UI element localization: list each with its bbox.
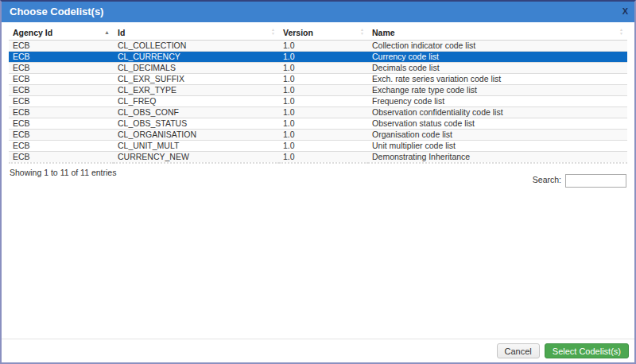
column-label: Version [283, 28, 313, 37]
search-control: Search: [533, 174, 626, 188]
dialog-footer: Cancel Select Codelist(s) [2, 339, 634, 362]
cell-version: 1.0 [279, 152, 368, 164]
cell-id: CL_DECIMALS [114, 63, 279, 74]
cell-id: CL_COLLECTION [114, 41, 279, 52]
choose-codelist-dialog: Choose Codelist(s) X Agency Id ▲ Id ▲▼ V… [0, 0, 636, 364]
cell-agency-id: ECB [9, 107, 114, 118]
cell-version: 1.0 [279, 41, 368, 52]
cell-agency-id: ECB [9, 141, 114, 152]
cell-agency-id: ECB [9, 63, 114, 74]
cell-id: CL_EXR_TYPE [114, 85, 279, 96]
table-header: Agency Id ▲ Id ▲▼ Version ▲▼ Name ▲▼ [9, 25, 627, 41]
sort-ascending-icon: ▲ [104, 29, 110, 35]
cell-id: CL_OBS_STATUS [114, 118, 279, 130]
table-row[interactable]: ECB CL_OBS_CONF 1.0 Observation confiden… [9, 107, 627, 118]
cell-version: 1.0 [279, 118, 368, 130]
table-row[interactable]: ECB CL_CURRENCY 1.0 Currency code list [9, 52, 627, 63]
column-header-name[interactable]: Name ▲▼ [368, 25, 627, 41]
cell-version: 1.0 [279, 141, 368, 152]
column-header-id[interactable]: Id ▲▼ [114, 25, 279, 41]
cell-agency-id: ECB [9, 41, 114, 52]
cell-name: Exch. rate series variation code list [368, 74, 627, 85]
table-body: ECB CL_COLLECTION 1.0 Collection indicat… [9, 41, 627, 164]
cell-version: 1.0 [279, 63, 368, 74]
cell-version: 1.0 [279, 130, 368, 141]
cell-agency-id: ECB [9, 152, 114, 164]
cell-name: Currency code list [368, 52, 627, 63]
cell-version: 1.0 [279, 52, 368, 63]
table-header-row: Agency Id ▲ Id ▲▼ Version ▲▼ Name ▲▼ [9, 25, 627, 41]
cell-id: CL_CURRENCY [114, 52, 279, 63]
dialog-body: Agency Id ▲ Id ▲▼ Version ▲▼ Name ▲▼ [2, 22, 634, 192]
cell-name: Organisation code list [368, 130, 627, 141]
table-row[interactable]: ECB CL_EXR_TYPE 1.0 Exchange rate type c… [9, 85, 627, 96]
cell-id: CURRENCY_NEW [114, 152, 279, 164]
select-codelists-button[interactable]: Select Codelist(s) [545, 343, 629, 358]
table-row[interactable]: ECB CURRENCY_NEW 1.0 Demonstrating Inher… [9, 152, 627, 164]
sort-icon: ▲▼ [619, 28, 623, 36]
cell-id: CL_EXR_SUFFIX [114, 74, 279, 85]
cell-name: Frequency code list [368, 96, 627, 107]
sort-icon: ▲▼ [360, 28, 364, 36]
table-row[interactable]: ECB CL_OBS_STATUS 1.0 Observation status… [9, 118, 627, 130]
column-label: Id [118, 28, 125, 37]
cell-name: Demonstrating Inheritance [368, 152, 627, 164]
cell-name: Collection indicator code list [368, 41, 627, 52]
cell-name: Unit multiplier code list [368, 141, 627, 152]
table-row[interactable]: ECB CL_DECIMALS 1.0 Decimals code list [9, 63, 627, 74]
table-row[interactable]: ECB CL_ORGANISATION 1.0 Organisation cod… [9, 130, 627, 141]
cell-id: CL_UNIT_MULT [114, 141, 279, 152]
cell-agency-id: ECB [9, 74, 114, 85]
cancel-button[interactable]: Cancel [497, 343, 540, 358]
cell-agency-id: ECB [9, 96, 114, 107]
cell-agency-id: ECB [9, 85, 114, 96]
cell-name: Decimals code list [368, 63, 627, 74]
cell-version: 1.0 [279, 85, 368, 96]
entries-info: Showing 1 to 11 of 11 entries [10, 168, 116, 177]
cell-version: 1.0 [279, 74, 368, 85]
column-header-version[interactable]: Version ▲▼ [279, 25, 368, 41]
cell-version: 1.0 [279, 107, 368, 118]
table-row[interactable]: ECB CL_FREQ 1.0 Frequency code list [9, 96, 627, 107]
table-row[interactable]: ECB CL_COLLECTION 1.0 Collection indicat… [9, 41, 627, 52]
cell-id: CL_OBS_CONF [114, 107, 279, 118]
search-label: Search: [533, 175, 561, 184]
cell-version: 1.0 [279, 96, 368, 107]
table-row[interactable]: ECB CL_UNIT_MULT 1.0 Unit multiplier cod… [9, 141, 627, 152]
cell-id: CL_ORGANISATION [114, 130, 279, 141]
cell-name: Exchange rate type code list [368, 85, 627, 96]
dialog-titlebar: Choose Codelist(s) X [2, 2, 634, 22]
cell-agency-id: ECB [9, 52, 114, 63]
column-label: Agency Id [13, 28, 52, 37]
table-footer-controls: Showing 1 to 11 of 11 entries Search: [9, 164, 627, 192]
dialog-title: Choose Codelist(s) [10, 6, 103, 17]
column-label: Name [372, 28, 395, 37]
cell-agency-id: ECB [9, 130, 114, 141]
cell-agency-id: ECB [9, 118, 114, 130]
search-input[interactable] [565, 174, 626, 188]
cell-name: Observation confidentiality code list [368, 107, 627, 118]
cell-id: CL_FREQ [114, 96, 279, 107]
sort-icon: ▲▼ [271, 28, 275, 36]
close-icon[interactable]: X [622, 2, 628, 21]
codelist-table: Agency Id ▲ Id ▲▼ Version ▲▼ Name ▲▼ [9, 25, 627, 164]
table-row[interactable]: ECB CL_EXR_SUFFIX 1.0 Exch. rate series … [9, 74, 627, 85]
cell-name: Observation status code list [368, 118, 627, 130]
column-header-agency-id[interactable]: Agency Id ▲ [9, 25, 114, 41]
